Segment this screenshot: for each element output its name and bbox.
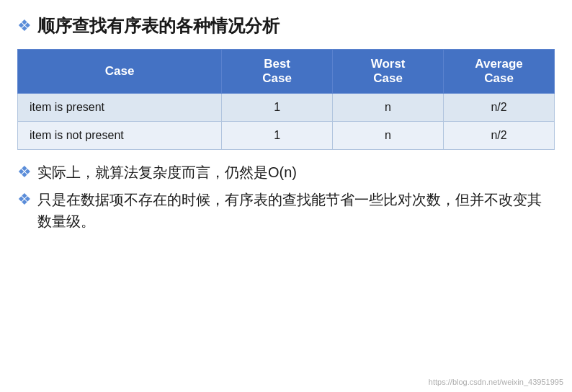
header-worst-case: Worst Case xyxy=(333,50,444,94)
data-table-wrapper: Case Best Case Worst Case Average Case xyxy=(17,49,555,150)
title-diamond-icon: ❖ xyxy=(17,17,32,35)
bullet-row-1: ❖ 实际上，就算法复杂度而言，仍然是O(n) xyxy=(17,161,555,183)
row2-label: item is not present xyxy=(18,122,222,150)
bullet2-text: 只是在数据项不存在的时候，有序表的查找能节省一些比对次数，但并不改变其数量级。 xyxy=(37,189,555,232)
row1-label: item is present xyxy=(18,94,222,122)
row1-best: 1 xyxy=(222,94,333,122)
bullet1-diamond-icon: ❖ xyxy=(17,163,32,182)
comparison-table: Case Best Case Worst Case Average Case xyxy=(17,49,555,150)
row1-average: n/2 xyxy=(444,94,555,122)
watermark-text: https://blog.csdn.net/weixin_43951995 xyxy=(429,378,563,386)
row2-average: n/2 xyxy=(444,122,555,150)
bullet1-text: 实际上，就算法复杂度而言，仍然是O(n) xyxy=(37,161,297,183)
row2-worst: n xyxy=(333,122,444,150)
bullet2-diamond-icon: ❖ xyxy=(17,190,32,209)
page-title: 顺序查找有序表的各种情况分析 xyxy=(37,14,280,37)
table-row: item is present 1 n n/2 xyxy=(18,94,555,122)
bullet-section: ❖ 实际上，就算法复杂度而言，仍然是O(n) ❖ 只是在数据项不存在的时候，有序… xyxy=(17,161,555,232)
row1-worst: n xyxy=(333,94,444,122)
table-header-row: Case Best Case Worst Case Average Case xyxy=(18,50,555,94)
bullet-row-2: ❖ 只是在数据项不存在的时候，有序表的查找能节省一些比对次数，但并不改变其数量级… xyxy=(17,189,555,232)
header-best-case: Best Case xyxy=(222,50,333,94)
row2-best: 1 xyxy=(222,122,333,150)
title-section: ❖ 顺序查找有序表的各种情况分析 xyxy=(17,14,555,37)
table-row: item is not present 1 n n/2 xyxy=(18,122,555,150)
header-case: Case xyxy=(18,50,222,94)
header-average-case: Average Case xyxy=(444,50,555,94)
